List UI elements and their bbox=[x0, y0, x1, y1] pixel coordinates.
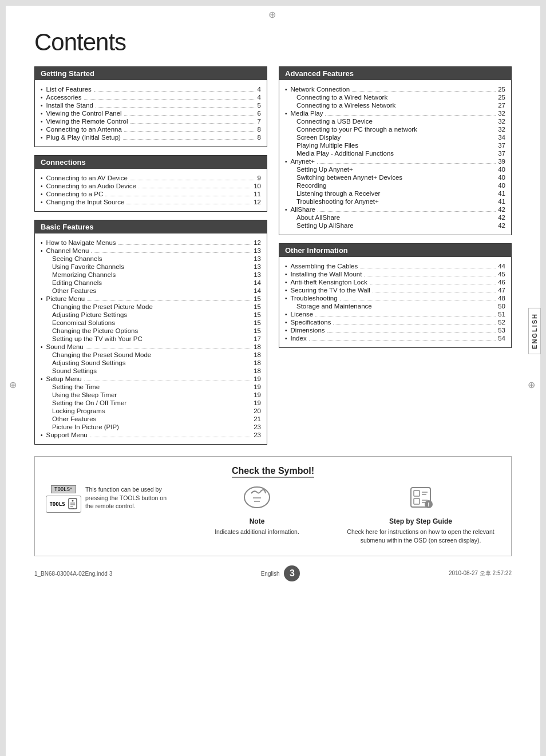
item-label: Connecting to an Audio Device bbox=[46, 183, 136, 189]
item-label: Changing the Input Source bbox=[46, 199, 125, 205]
bullet-icon: • bbox=[41, 248, 43, 254]
bullet-icon: • bbox=[41, 175, 43, 181]
page-number: 25 bbox=[498, 86, 505, 93]
sub-label: Switching between Anynet+ Devices bbox=[296, 174, 492, 181]
sub-label: Connecting to a Wireless Network bbox=[296, 102, 492, 109]
step-symbol: i Step by Step Guide Check here for inst… bbox=[342, 485, 500, 544]
connections-body: • Connecting to an AV Device 9 • Connect… bbox=[35, 169, 267, 211]
connections-header: Connections bbox=[35, 156, 267, 169]
language-sidebar: ENGLISH bbox=[528, 308, 541, 354]
dots bbox=[130, 123, 255, 124]
list-item: • Network Connection 25 bbox=[285, 86, 505, 93]
sub-label: Listening through a Receiver bbox=[296, 190, 492, 197]
sub-page: 34 bbox=[498, 134, 505, 141]
bullet-icon: • bbox=[285, 295, 287, 302]
page-number: 48 bbox=[498, 295, 505, 302]
footer-page: English 3 bbox=[261, 565, 300, 581]
basic-features-section: Basic Features • How to Navigate Menus 1… bbox=[34, 220, 267, 445]
list-item: • Connecting to an Antenna 8 bbox=[41, 126, 261, 133]
sub-page: 37 bbox=[498, 150, 505, 157]
sub-page: 13 bbox=[254, 263, 261, 270]
sub-page: 42 bbox=[498, 214, 505, 221]
bullet-icon: • bbox=[285, 335, 287, 342]
sub-item: Setting up the TV with Your PC17 bbox=[52, 335, 261, 342]
page-number: 52 bbox=[498, 319, 505, 326]
list-item: • Troubleshooting 48 bbox=[285, 295, 505, 302]
sub-item: Other Features14 bbox=[52, 287, 261, 294]
list-item: • Sound Menu 18 bbox=[41, 343, 261, 350]
sub-item: Connecting to a Wireless Network27 bbox=[296, 102, 505, 109]
sub-item: Setting Up AllShare42 bbox=[296, 222, 505, 229]
list-item: • Picture Menu 15 bbox=[41, 295, 261, 302]
other-information-section: Other Information • Assembling the Cable… bbox=[279, 243, 512, 348]
bullet-icon: • bbox=[285, 159, 287, 165]
page-number: 10 bbox=[254, 183, 261, 189]
sub-label: Screen Display bbox=[296, 134, 492, 141]
item-label: Connecting to a PC bbox=[46, 191, 104, 197]
bullet-icon: • bbox=[41, 110, 43, 117]
sub-item: Editing Channels14 bbox=[52, 279, 261, 286]
item-label: Picture Menu bbox=[46, 295, 85, 302]
svg-point-1 bbox=[72, 500, 73, 502]
dots bbox=[130, 180, 255, 180]
item-label: Viewing the Remote Control bbox=[46, 118, 128, 125]
page-number-badge: 3 bbox=[284, 565, 300, 581]
page-number: 39 bbox=[498, 158, 505, 165]
dots bbox=[118, 244, 252, 245]
dots bbox=[318, 211, 496, 212]
sub-page: 13 bbox=[254, 271, 261, 278]
getting-started-section: Getting Started • List of Features 4 • A… bbox=[34, 66, 267, 147]
sub-label: Media Play - Additional Functions bbox=[296, 150, 492, 157]
crosshair-right bbox=[528, 379, 537, 389]
step-desc: Check here for instructions on how to op… bbox=[342, 528, 500, 544]
sub-label: Using Favorite Channels bbox=[52, 263, 248, 270]
page-number: 13 bbox=[254, 247, 261, 254]
list-item: • Plug & Play (Initial Setup) 8 bbox=[41, 134, 261, 141]
page-number: 4 bbox=[258, 86, 261, 93]
sub-page: 25 bbox=[498, 94, 505, 101]
getting-started-header: Getting Started bbox=[35, 67, 267, 80]
step-svg-icon: i bbox=[406, 485, 435, 509]
symbol-row: TOOLSᴿ TOOLS bbox=[46, 485, 500, 544]
bullet-icon: • bbox=[285, 327, 287, 334]
sub-page: 40 bbox=[498, 174, 505, 181]
item-label: Connecting to an AV Device bbox=[46, 175, 128, 181]
svg-text:i: i bbox=[428, 501, 430, 508]
sub-page: 15 bbox=[254, 319, 261, 326]
sub-item: Storage and Maintenance50 bbox=[296, 303, 505, 310]
page-number: 32 bbox=[498, 110, 505, 117]
basic-features-header: Basic Features bbox=[35, 220, 267, 233]
item-label: Channel Menu bbox=[46, 247, 89, 254]
footer-lang: English bbox=[261, 571, 280, 577]
page-number: 51 bbox=[498, 311, 505, 318]
crosshair-left bbox=[9, 379, 18, 389]
bullet-icon: • bbox=[41, 191, 43, 197]
dots bbox=[84, 99, 255, 100]
sub-label: Sound Settings bbox=[52, 367, 248, 374]
sub-item: Economical Solutions15 bbox=[52, 319, 261, 326]
note-desc: Indicates additional information. bbox=[215, 528, 299, 536]
list-item: • AllShare 42 bbox=[285, 206, 505, 213]
page-number: 18 bbox=[254, 343, 261, 350]
bullet-icon: • bbox=[41, 126, 43, 133]
svg-rect-9 bbox=[414, 490, 420, 496]
sub-item: Setting the On / Off Timer19 bbox=[52, 399, 261, 406]
bullet-icon: • bbox=[285, 263, 287, 270]
page-number: 4 bbox=[258, 94, 261, 101]
list-item: • Anti-theft Kensington Lock 46 bbox=[285, 279, 505, 286]
sub-label: Using the Sleep Timer bbox=[52, 391, 248, 398]
sub-label: Other Features bbox=[52, 415, 248, 422]
sub-page: 23 bbox=[254, 423, 261, 430]
bullet-icon: • bbox=[285, 207, 287, 213]
left-column: Getting Started • List of Features 4 • A… bbox=[34, 66, 267, 445]
list-item: • Media Play 32 bbox=[285, 110, 505, 117]
sub-label: Setting the On / Off Timer bbox=[52, 399, 248, 406]
sub-page: 15 bbox=[254, 327, 261, 334]
sub-item: Setting Up Anynet+40 bbox=[296, 166, 505, 173]
sub-item: Sound Settings18 bbox=[52, 367, 261, 374]
list-item: • How to Navigate Menus 12 bbox=[41, 239, 261, 246]
page-title: Contents bbox=[34, 29, 512, 56]
dots bbox=[126, 204, 251, 204]
bullet-icon: • bbox=[41, 296, 43, 302]
footer-file: 1_BN68-03004A-02Eng.indd 3 bbox=[34, 571, 112, 577]
